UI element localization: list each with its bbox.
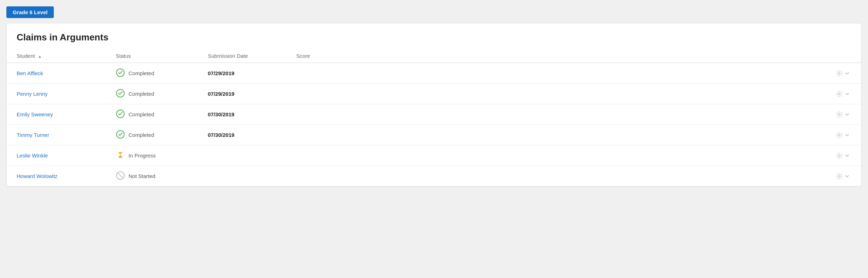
table-row: Timmy Turner Completed07/30/2019 [7,125,861,145]
dropdown-button[interactable] [844,173,850,180]
date-cell: 07/29/2019 [198,63,286,84]
svg-point-1 [839,72,840,74]
gear-button[interactable] [835,130,844,140]
dropdown-button[interactable] [844,152,850,159]
not-started-icon [116,171,125,180]
gear-button[interactable] [835,89,844,99]
students-table: Student ▲ Status Submission Date Score B… [7,49,861,186]
grade-badge: Grade 6 Level [6,6,54,18]
status-label: Completed [129,111,154,117]
score-cell [286,63,357,84]
completed-status-icon [116,68,125,78]
gear-button[interactable] [835,151,844,161]
completed-icon [116,89,125,98]
in_progress-status-icon [116,150,125,161]
actions-cell [357,166,861,187]
status-label: Completed [129,91,154,97]
gear-icon [836,90,843,98]
actions-cell [357,63,861,84]
in-progress-icon [116,150,125,160]
dropdown-button[interactable] [844,90,850,98]
date-cell [198,145,286,166]
chevron-down-icon [845,71,849,76]
dropdown-button[interactable] [844,132,850,139]
gear-button[interactable] [835,110,844,119]
student-link[interactable]: Leslie Winkle [17,152,48,159]
sort-arrow-icon: ▲ [38,54,42,59]
svg-line-12 [118,173,122,178]
table-body: Ben Affleck Completed07/29/2019 Penny Le… [7,63,861,186]
submission-date: 07/30/2019 [208,111,234,117]
student-name-cell: Penny Lenny [7,84,106,104]
gear-button[interactable] [835,68,844,78]
card-title: Claims in Arguments [7,23,861,49]
student-name-cell: Emily Sweeney [7,104,106,125]
status-label: In Progress [129,152,156,159]
submission-date: 07/30/2019 [208,132,234,138]
date-cell: 07/29/2019 [198,84,286,104]
svg-point-5 [839,113,840,115]
svg-rect-8 [118,152,122,153]
status-cell: Completed [106,104,198,125]
status-cell: In Progress [106,145,198,166]
student-link[interactable]: Emily Sweeney [17,111,53,117]
score-cell [286,84,357,104]
student-link[interactable]: Ben Affleck [17,70,43,76]
col-header-actions [357,49,861,63]
dropdown-button[interactable] [844,70,850,77]
student-link[interactable]: Timmy Turner [17,132,49,138]
chevron-down-icon [845,92,849,96]
gear-icon [836,173,843,180]
date-cell: 07/30/2019 [198,125,286,145]
completed-icon [116,130,125,139]
student-name-cell: Ben Affleck [7,63,106,84]
actions-cell [357,104,861,125]
score-cell [286,145,357,166]
completed-status-icon [116,130,125,140]
date-cell: 07/30/2019 [198,104,286,125]
chevron-down-icon [845,133,849,137]
status-cell: Not Started [106,166,198,187]
chevron-down-icon [845,112,849,117]
completed-status-icon [116,89,125,99]
col-header-date[interactable]: Submission Date [198,49,286,63]
col-header-student[interactable]: Student ▲ [7,49,106,63]
score-cell [286,104,357,125]
not_started-status-icon [116,171,125,181]
gear-icon [836,111,843,118]
student-name-cell: Timmy Turner [7,125,106,145]
date-cell [198,166,286,187]
student-link[interactable]: Howard Wolowitz [17,173,58,179]
completed-status-icon [116,109,125,119]
col-header-status[interactable]: Status [106,49,198,63]
student-name-cell: Howard Wolowitz [7,166,106,187]
gear-icon [836,132,843,139]
actions-cell [357,145,861,166]
svg-point-13 [839,175,840,177]
chevron-down-icon [845,174,849,178]
status-label: Not Started [129,173,155,179]
col-header-score[interactable]: Score [286,49,357,63]
actions-cell [357,125,861,145]
gear-button[interactable] [835,171,844,181]
status-cell: Completed [106,84,198,104]
chevron-down-icon [845,154,849,158]
svg-point-7 [839,134,840,136]
table-row: Penny Lenny Completed07/29/2019 [7,84,861,104]
student-link[interactable]: Penny Lenny [17,91,48,97]
status-cell: Completed [106,125,198,145]
gear-icon [836,152,843,159]
svg-rect-9 [118,157,122,158]
dropdown-button[interactable] [844,111,850,118]
assignment-card: Claims in Arguments Student ▲ Status Sub… [6,23,862,187]
status-label: Completed [129,70,154,76]
table-header: Student ▲ Status Submission Date Score [7,49,861,63]
score-cell [286,166,357,187]
submission-date: 07/29/2019 [208,91,234,97]
completed-icon [116,68,125,77]
svg-point-3 [839,93,840,95]
completed-icon [116,109,125,118]
status-cell: Completed [106,63,198,84]
svg-point-10 [839,155,840,156]
actions-cell [357,84,861,104]
